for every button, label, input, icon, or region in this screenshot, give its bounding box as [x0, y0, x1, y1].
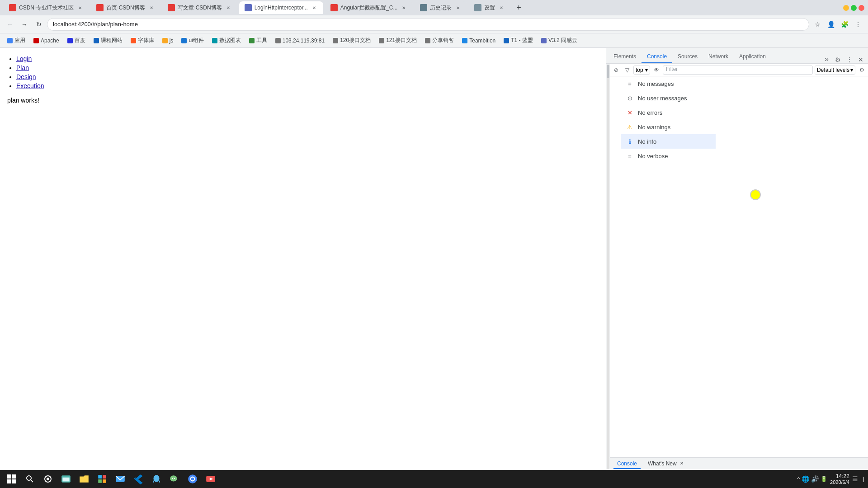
- bookmark-apache[interactable]: Apache: [30, 36, 63, 46]
- context-selector[interactable]: top ▾: [633, 66, 650, 75]
- nav-link-execution[interactable]: Execution: [16, 82, 44, 89]
- dropdown-item-warnings[interactable]: ⚠ No warnings: [621, 120, 716, 134]
- devtools-bottom-bar: Console What's New ✕: [610, 457, 868, 470]
- taskbar-mail[interactable]: [112, 471, 128, 487]
- task-view-button[interactable]: [40, 471, 56, 487]
- scrollbar-track[interactable]: [607, 65, 609, 469]
- dropdown-label-user-messages: No user messages: [638, 95, 687, 102]
- tab-close-7[interactable]: ✕: [498, 4, 505, 11]
- bookmark-star-icon[interactable]: ☆: [811, 18, 824, 31]
- console-filter-input[interactable]: Filter: [663, 66, 813, 75]
- address-bar[interactable]: localhost:4200/#/plan/plan-home: [47, 18, 809, 31]
- bookmark-apps[interactable]: 应用: [4, 36, 29, 46]
- scrollbar-thumb[interactable]: [607, 65, 609, 78]
- settings-gear-icon[interactable]: ⚙: [857, 66, 866, 75]
- browser-tab-2[interactable]: 首页-CSDN博客 ✕: [91, 1, 160, 14]
- reload-button[interactable]: ↻: [33, 18, 45, 31]
- devtools-tab-application[interactable]: Application: [734, 51, 771, 63]
- taskbar-clock[interactable]: 14:22 2020/6/4: [830, 473, 849, 485]
- dropdown-item-info[interactable]: ℹ No info: [621, 134, 716, 149]
- bookmark-js[interactable]: js: [159, 36, 177, 46]
- bookmark-t1[interactable]: T1 - 蓝盟: [500, 36, 537, 46]
- tab-favicon-4: [245, 4, 252, 11]
- devtools-tabs: Elements Console Sources Network Applica…: [606, 48, 868, 64]
- taskbar-filemanager[interactable]: [76, 471, 92, 487]
- bookmark-baidu[interactable]: 百度: [64, 36, 89, 46]
- speaker-icon[interactable]: 🔊: [811, 475, 819, 483]
- taskbar-explorer[interactable]: [58, 471, 74, 487]
- bookmark-api2[interactable]: 121接口文档: [375, 36, 420, 46]
- taskbar-store[interactable]: [94, 471, 110, 487]
- devtools-settings-icon[interactable]: ⚙: [832, 56, 844, 63]
- forward-button[interactable]: →: [18, 18, 31, 31]
- dropdown-item-errors[interactable]: ✕ No errors: [621, 105, 716, 120]
- tab-close-6[interactable]: ✕: [454, 4, 462, 11]
- taskbar-media[interactable]: [203, 471, 219, 487]
- network-icon[interactable]: 🌐: [802, 475, 809, 483]
- devtools-more-tabs[interactable]: »: [821, 55, 832, 63]
- bookmark-teambition[interactable]: Teambition: [458, 36, 499, 46]
- tab-close-3[interactable]: ✕: [225, 4, 232, 11]
- dropdown-item-messages[interactable]: ≡ No messages: [621, 76, 716, 91]
- browser-tab-6[interactable]: 历史记录 ✕: [415, 1, 467, 14]
- maximize-button[interactable]: [851, 5, 857, 11]
- taskbar-vscode[interactable]: [130, 471, 146, 487]
- nav-link-design[interactable]: Design: [16, 73, 36, 80]
- tab-close-1[interactable]: ✕: [76, 4, 84, 11]
- devtools-vertical-scrollbar[interactable]: [606, 64, 610, 470]
- chevron-up-icon[interactable]: ^: [797, 476, 800, 482]
- browser-tab-4[interactable]: LoginHttpInterceptor... ✕: [239, 1, 323, 14]
- dropdown-item-verbose[interactable]: ≡ No verbose: [621, 149, 716, 163]
- browser-tab-7[interactable]: 设置 ✕: [469, 1, 510, 14]
- bookmark-icon: [275, 38, 281, 43]
- bookmark-ui[interactable]: ui组件: [178, 36, 207, 46]
- bookmark-tools[interactable]: 工具: [245, 36, 271, 46]
- taskbar-wechat[interactable]: [166, 471, 183, 487]
- battery-icon[interactable]: 🔋: [821, 476, 827, 482]
- tab-close-5[interactable]: ✕: [400, 4, 407, 11]
- browser-tab-1[interactable]: CSDN-专业IT技术社区 ✕: [4, 1, 89, 14]
- bookmark-ip1[interactable]: 103.24.119.39:81: [272, 36, 328, 46]
- show-desktop-icon[interactable]: |: [861, 476, 864, 482]
- start-button[interactable]: [4, 471, 20, 487]
- page-content: Login Plan Design Execution plan works!: [0, 48, 606, 470]
- devtools-close-icon[interactable]: ✕: [855, 56, 866, 63]
- bookmark-charts[interactable]: 数据图表: [208, 36, 245, 46]
- bookmark-api1[interactable]: 120接口文档: [329, 36, 374, 46]
- devtools-tab-sources[interactable]: Sources: [672, 51, 703, 63]
- levels-dropdown-arrow: ▾: [850, 67, 853, 73]
- close-button[interactable]: [859, 5, 864, 11]
- nav-link-plan[interactable]: Plan: [16, 64, 29, 71]
- bottom-tab-console[interactable]: Console: [613, 459, 641, 469]
- browser-tab-5[interactable]: Angular拦截器配置_C... ✕: [325, 1, 413, 14]
- bottom-tab-close-icon[interactable]: ✕: [679, 460, 685, 467]
- default-levels-selector[interactable]: Default levels ▾: [815, 66, 855, 75]
- back-button[interactable]: ←: [4, 18, 16, 31]
- bottom-tab-whats-new[interactable]: What's New ✕: [644, 459, 689, 469]
- devtools-tab-elements[interactable]: Elements: [608, 51, 642, 63]
- devtools-tab-console[interactable]: Console: [642, 51, 672, 63]
- dropdown-item-user-messages[interactable]: ⊙ No user messages: [621, 91, 716, 105]
- tab-close-4[interactable]: ✕: [311, 4, 318, 11]
- console-filter-icon[interactable]: ▽: [623, 66, 632, 75]
- bookmark-course[interactable]: 课程网站: [90, 36, 126, 46]
- bookmark-fonts[interactable]: 字体库: [127, 36, 158, 46]
- new-tab-button[interactable]: +: [512, 1, 525, 14]
- console-clear-button[interactable]: ⊘: [612, 66, 621, 75]
- browser-tab-3[interactable]: 写文章-CSDN博客 ✕: [162, 1, 237, 14]
- minimize-button[interactable]: [843, 5, 849, 11]
- taskbar-chrome[interactable]: [184, 471, 201, 487]
- devtools-options-icon[interactable]: ⋮: [844, 56, 855, 63]
- bookmark-v32[interactable]: V3.2 同感云: [538, 36, 581, 46]
- search-button[interactable]: [22, 471, 38, 487]
- extensions-icon[interactable]: 🧩: [838, 18, 851, 31]
- profile-icon[interactable]: 👤: [825, 18, 837, 31]
- nav-link-login[interactable]: Login: [16, 55, 32, 62]
- tab-close-2[interactable]: ✕: [148, 4, 155, 11]
- menu-icon[interactable]: ⋮: [852, 18, 864, 31]
- devtools-tab-network[interactable]: Network: [703, 51, 734, 63]
- eye-icon[interactable]: 👁: [652, 66, 661, 75]
- bookmark-share[interactable]: 分享销客: [421, 36, 458, 46]
- notification-icon[interactable]: ☰: [852, 475, 858, 483]
- taskbar-qq[interactable]: [148, 471, 165, 487]
